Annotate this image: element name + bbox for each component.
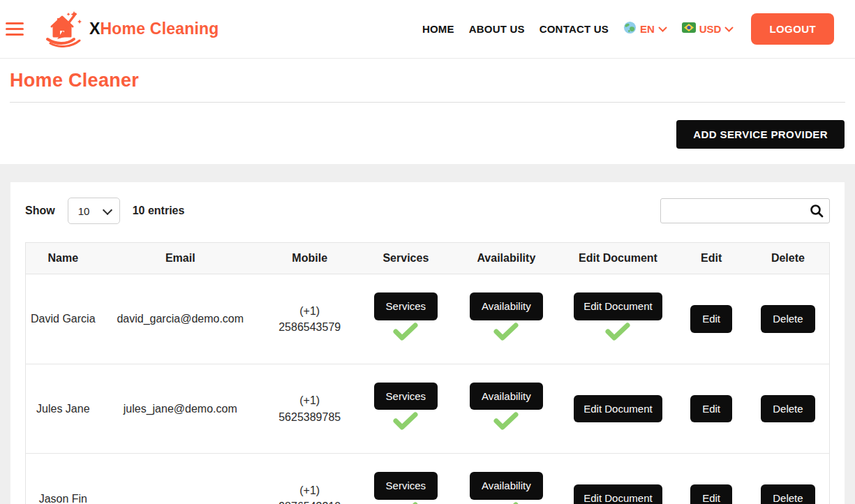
provider-email: jules_jane@demo.com — [101, 364, 260, 454]
table-controls: Show 10 10 entries — [25, 198, 830, 224]
provider-name: David Garcia — [30, 311, 96, 327]
currency-selector[interactable]: USD — [682, 22, 734, 36]
app-header: XHome Cleaning HOME ABOUT US CONTACT US … — [0, 0, 855, 59]
availability-button[interactable]: Availability — [470, 292, 543, 320]
availability-button[interactable]: Availability — [470, 383, 543, 410]
mobile-prefix: (+1) — [265, 392, 355, 408]
availability-button[interactable]: Availability — [470, 472, 543, 500]
edit-document-check-icon — [565, 323, 672, 346]
availability-check-icon — [456, 323, 556, 346]
add-service-provider-button[interactable]: ADD SERVICE PROVIDER — [676, 120, 845, 149]
main-nav: HOME ABOUT US CONTACT US EN — [422, 13, 834, 45]
table-row: Jules Jane jules_jane@demo.com (+1) 5625… — [26, 364, 830, 454]
search-box — [660, 198, 830, 223]
page-size-select[interactable]: 10 — [68, 198, 120, 224]
provider-email — [101, 454, 260, 504]
page-title-section: Home Cleaner — [0, 59, 855, 103]
table-header-row: Name Email Mobile Services Availability … — [26, 243, 830, 274]
search-input[interactable] — [660, 198, 830, 223]
hamburger-menu-icon[interactable] — [6, 19, 24, 39]
logout-button[interactable]: LOGOUT — [751, 13, 834, 45]
page-title: Home Cleaner — [10, 70, 845, 91]
edit-button[interactable]: Edit — [690, 484, 732, 504]
provider-mobile: (+1) 9876543210 — [260, 454, 359, 504]
toolbar: ADD SERVICE PROVIDER — [0, 103, 855, 164]
services-button[interactable]: Services — [374, 292, 438, 320]
chevron-down-icon — [724, 23, 734, 36]
col-header-email: Email — [101, 243, 260, 274]
delete-button[interactable]: Delete — [761, 305, 815, 333]
page-size-select-wrap: 10 — [68, 198, 120, 224]
currency-value: USD — [699, 23, 722, 35]
delete-button[interactable]: Delete — [761, 395, 815, 423]
entries-count: 10 entries — [133, 205, 185, 217]
edit-button[interactable]: Edit — [690, 395, 732, 423]
col-header-services: Services — [359, 243, 453, 274]
edit-document-button[interactable]: Edit Document — [574, 292, 662, 320]
nav-contact-us[interactable]: CONTACT US — [540, 23, 609, 35]
col-header-edit: Edit — [676, 243, 746, 274]
provider-name: Jules Jane — [30, 401, 96, 417]
search-icon[interactable] — [809, 203, 824, 221]
home-cleaning-logo-icon — [43, 8, 85, 50]
nav-about-us[interactable]: ABOUT US — [469, 23, 525, 35]
table-row: Jason Fin (+1) 9876543210 Services Avail… — [26, 454, 830, 504]
edit-document-button[interactable]: Edit Document — [574, 395, 662, 423]
provider-mobile: (+1) 5625389785 — [260, 364, 359, 454]
mobile-prefix: (+1) — [265, 303, 355, 319]
mobile-number: 2586543579 — [265, 319, 355, 335]
col-header-name: Name — [26, 243, 101, 274]
mobile-prefix: (+1) — [265, 482, 355, 498]
language-value: EN — [640, 23, 655, 35]
chevron-down-icon — [658, 23, 667, 36]
col-header-mobile: Mobile — [260, 243, 359, 274]
show-label: Show — [25, 205, 55, 217]
edit-document-button[interactable]: Edit Document — [574, 484, 662, 504]
mobile-number: 5625389785 — [265, 409, 355, 425]
brand-logo[interactable]: XHome Cleaning — [43, 8, 219, 50]
language-selector[interactable]: EN — [623, 21, 667, 37]
services-check-icon — [364, 412, 449, 435]
table-row: David Garcia david_garcia@demo.com (+1) … — [26, 274, 830, 364]
services-button[interactable]: Services — [374, 383, 438, 410]
mobile-number: 9876543210 — [265, 498, 355, 504]
content-section: Show 10 10 entries — [0, 164, 855, 504]
globe-icon — [623, 21, 637, 37]
col-header-availability: Availability — [452, 243, 560, 274]
table-card: Show 10 10 entries — [10, 182, 845, 504]
nav-home[interactable]: HOME — [422, 23, 454, 35]
currency-flag-icon — [682, 22, 696, 36]
delete-button[interactable]: Delete — [761, 484, 815, 504]
availability-check-icon — [456, 412, 556, 435]
col-header-delete: Delete — [747, 243, 830, 274]
providers-table: Name Email Mobile Services Availability … — [25, 242, 830, 504]
services-check-icon — [364, 323, 449, 346]
provider-email: david_garcia@demo.com — [101, 274, 260, 364]
col-header-edit-document: Edit Document — [560, 243, 676, 274]
services-button[interactable]: Services — [374, 472, 438, 500]
brand-name: XHome Cleaning — [89, 20, 219, 38]
edit-button[interactable]: Edit — [690, 305, 732, 333]
provider-name: Jason Fin — [30, 491, 96, 504]
provider-mobile: (+1) 2586543579 — [260, 274, 359, 364]
